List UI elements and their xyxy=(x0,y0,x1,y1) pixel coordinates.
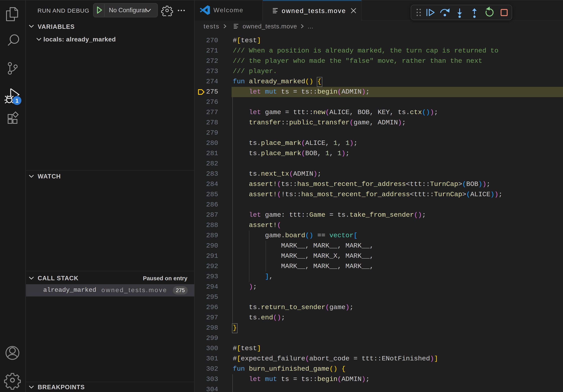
svg-text:1: 1 xyxy=(15,97,19,104)
